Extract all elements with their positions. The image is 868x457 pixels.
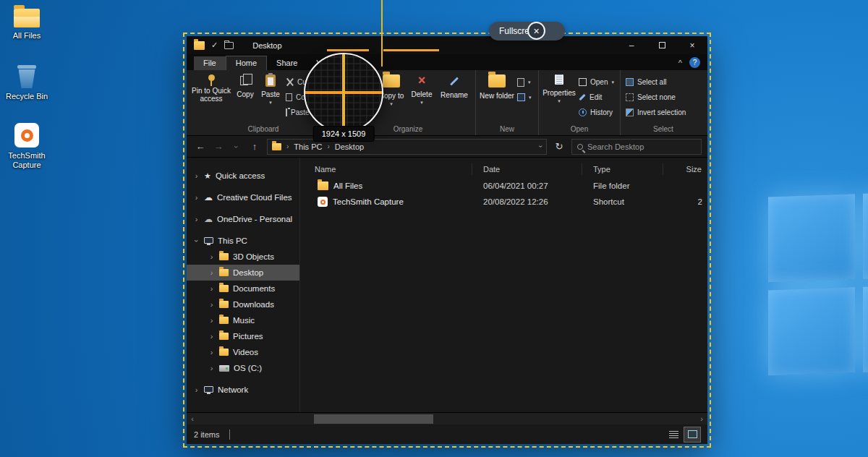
- desktop-icon-techsmith-capture[interactable]: TechSmith Capture: [3, 123, 51, 170]
- windows-logo-pane: [863, 191, 868, 279]
- windows-logo: [768, 191, 868, 378]
- capture-selection-border[interactable]: [183, 33, 711, 448]
- windows-logo-pane: [768, 194, 855, 282]
- desktop-icon-label: TechSmith Capture: [3, 151, 51, 170]
- capture-dimensions-label: 1924 x 1509: [313, 126, 375, 142]
- windows-logo-pane: [768, 287, 855, 375]
- cancel-capture-button[interactable]: ×: [527, 22, 545, 40]
- close-icon: ×: [533, 25, 539, 37]
- recycle-bin-icon: [17, 65, 36, 88]
- desktop-icon-all-files[interactable]: All Files: [3, 4, 51, 40]
- crosshair-horizontal-line: [327, 49, 369, 51]
- crosshair-vertical-line: [381, 0, 383, 67]
- desktop: All Files Recycle Bin TechSmith Capture …: [0, 0, 868, 457]
- techsmith-capture-icon: [14, 123, 39, 148]
- desktop-icon-label: All Files: [13, 31, 41, 40]
- folder-icon: [14, 9, 40, 27]
- capture-magnifier: [304, 53, 383, 132]
- desktop-icon-label: Recycle Bin: [6, 92, 48, 101]
- crosshair-horizontal-line: [383, 49, 439, 51]
- windows-logo-pane: [863, 284, 868, 372]
- desktop-icon-recycle-bin[interactable]: Recycle Bin: [3, 62, 51, 101]
- desktop-icons: All Files Recycle Bin TechSmith Capture: [3, 4, 51, 192]
